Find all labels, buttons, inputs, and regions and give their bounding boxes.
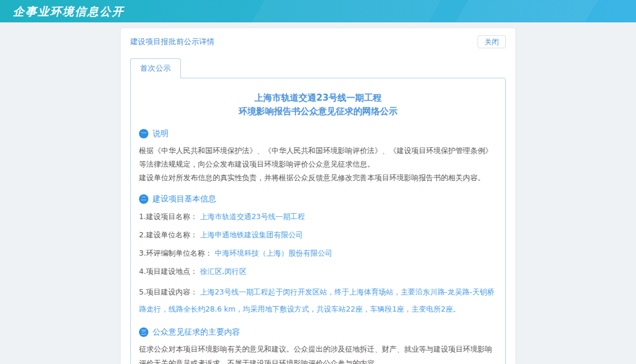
explanation-paragraph-1: 根据《中华人民共和国环境保护法》、《中华人民共和国环境影响评价法》、《建设项目环… [139,144,497,171]
close-button[interactable]: 关闭 [478,35,506,48]
project-name-value: 上海市轨道交通23号线一期工程 [200,212,304,221]
section-three-icon: 三 [139,327,148,337]
project-name-row: 1.建设项目名称： 上海市轨道交通23号线一期工程 [139,211,497,223]
notice-title: 上海市轨道交通23号线一期工程 环境影响报告书公众意见征求的网络公示 [139,91,497,119]
detail-card: 建设项目报批前公示详情 关闭 首次公示 上海市轨道交通23号线一期工程 环境影响… [121,28,515,364]
eia-unit-label: 3.环评编制单位名称： [139,249,212,257]
tab-first-disclosure[interactable]: 首次公示 [130,58,181,78]
app-title: 企事业环境信息公开 [0,0,636,22]
eia-unit-row: 3.环评编制单位名称： 中海环境科技（上海）股份有限公司 [139,247,497,259]
section-basic-info-title: 建设项目基本信息 [153,194,216,204]
notice-title-line1: 上海市轨道交通23号线一期工程 [139,91,497,105]
section-explanation-header: 一 说明 [139,128,497,139]
disclosure-panel: 上海市轨道交通23号线一期工程 环境影响报告书公众意见征求的网络公示 一 说明 … [130,78,506,364]
section-explanation-title: 说明 [153,128,168,139]
notice-title-line2: 环境影响报告书公众意见征求的网络公示 [139,105,497,118]
section-two-icon: 二 [139,194,148,204]
construction-unit-value: 上海申通地铁建设集团有限公司 [200,230,303,239]
section-opinion-content-header: 三 公众意见征求的主要内容 [139,327,497,337]
section-basic-info-header: 二 建设项目基本信息 [139,194,497,204]
app-banner: 企事业环境信息公开 [0,0,636,22]
breadcrumb: 建设项目报批前公示详情 [130,37,214,47]
location-value: 徐汇区,闵行区 [200,267,246,276]
construction-unit-label: 2.建设单位名称： [139,230,197,239]
card-toolbar: 建设项目报批前公示详情 关闭 [121,28,515,54]
eia-unit-value: 中海环境科技（上海）股份有限公司 [214,249,332,257]
explanation-paragraph-2: 建设单位对所发布信息的真实性负责，并将根据公众反馈意见修改完善本项目环境影响报告… [139,171,497,184]
project-content-row: 5.项目建设内容： 上海23号线一期工程起于闵行开发区站，终于上海体育场站，主要… [139,284,497,318]
project-content-label: 5.项目建设内容： [139,287,197,296]
location-row: 4.项目建设地点： 徐汇区,闵行区 [139,266,497,277]
section-one-icon: 一 [139,129,148,138]
section-opinion-content-title: 公众意见征求的主要内容 [153,327,240,337]
tab-bar: 首次公示 [121,54,515,78]
project-name-label: 1.建设项目名称： [139,212,197,221]
location-label: 4.项目建设地点： [139,267,197,276]
construction-unit-row: 2.建设单位名称： 上海申通地铁建设集团有限公司 [139,229,497,241]
opinion-intro: 征求公众对本项目环境影响有关的意见和建议。公众提出的涉及征地拆迁、财产、就业等与… [139,342,497,364]
